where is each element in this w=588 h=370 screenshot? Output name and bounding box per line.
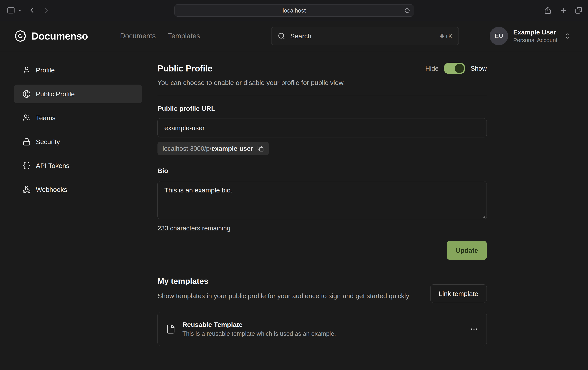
user-text: Example User Personal Account — [513, 29, 557, 43]
copy-icon[interactable] — [257, 145, 264, 152]
profile-url-preview: localhost:3000/p/example-user — [158, 142, 269, 155]
tab-overview-icon[interactable] — [575, 6, 583, 14]
resize-handle-icon[interactable] — [481, 214, 485, 218]
forward-icon[interactable] — [43, 7, 50, 14]
sidebar-item-label: API Tokens — [36, 162, 69, 170]
sidebar-item-api-tokens[interactable]: API Tokens — [14, 156, 142, 175]
sidebar-item-security[interactable]: Security — [14, 132, 142, 151]
avatar-initials: EU — [495, 32, 503, 40]
avatar: EU — [490, 27, 508, 45]
sidebar-item-label: Webhooks — [36, 186, 67, 193]
new-tab-icon[interactable] — [559, 6, 567, 14]
lock-icon — [22, 138, 31, 146]
page-title: Public Profile — [158, 63, 212, 74]
chevron-down-icon[interactable] — [18, 8, 22, 12]
template-card: Reusable Template This is a reusable tem… — [158, 312, 487, 346]
brand[interactable]: Documenso — [14, 30, 88, 42]
nav-documents[interactable]: Documents — [120, 32, 156, 40]
ellipsis-menu-icon[interactable] — [470, 325, 478, 333]
visibility-toggle: Hide Show — [425, 63, 487, 74]
screen: localhost Documenso Documents — [0, 0, 588, 370]
url-field-label: Public profile URL — [158, 105, 487, 112]
template-description: This is a reusable template which is use… — [182, 330, 336, 337]
sidebar-item-label: Profile — [36, 66, 55, 74]
nav-templates[interactable]: Templates — [168, 32, 200, 40]
page-subtitle: You can choose to enable or disable your… — [158, 79, 487, 87]
browser-nav-controls — [7, 6, 50, 15]
globe-icon — [22, 90, 31, 98]
bio-textarea[interactable]: This is an example bio. — [158, 181, 487, 219]
templates-description: Show templates in your public profile fo… — [158, 291, 416, 301]
search-icon — [278, 32, 285, 40]
content: Profile Public Profile Teams Security AP… — [0, 51, 588, 370]
template-name: Reusable Template — [182, 321, 336, 329]
profile-url-input[interactable] — [158, 118, 487, 137]
hide-label: Hide — [425, 65, 439, 72]
my-templates-section: My templates Show templates in your publ… — [158, 277, 487, 346]
characters-remaining: 233 characters remaining — [158, 225, 487, 232]
search-bar[interactable]: ⌘+K — [271, 27, 459, 45]
share-icon[interactable] — [544, 6, 552, 14]
webhook-icon — [22, 185, 31, 194]
sidebar-item-label: Public Profile — [36, 90, 75, 98]
show-label: Show — [471, 65, 487, 72]
search-shortcut: ⌘+K — [439, 33, 452, 40]
chevrons-up-down-icon — [564, 33, 571, 39]
address-bar-url: localhost — [283, 7, 306, 14]
url-prefix: localhost:3000/p/ — [163, 145, 211, 152]
sidebar-item-public-profile[interactable]: Public Profile — [14, 85, 142, 103]
reload-icon[interactable] — [404, 7, 410, 14]
update-button[interactable]: Update — [447, 241, 487, 260]
settings-sidebar: Profile Public Profile Teams Security AP… — [14, 61, 142, 370]
sidebar-item-teams[interactable]: Teams — [14, 108, 142, 127]
user-menu[interactable]: EU Example User Personal Account — [490, 27, 571, 45]
user-name: Example User — [513, 29, 557, 36]
browser-actions — [544, 0, 583, 21]
sidebar-item-label: Teams — [36, 114, 55, 122]
address-bar[interactable]: localhost — [174, 4, 414, 17]
bio-field-label: Bio — [158, 167, 487, 175]
sidebar-toggle-icon[interactable] — [7, 6, 15, 15]
user-account-type: Personal Account — [513, 37, 557, 43]
braces-icon — [22, 162, 31, 170]
link-template-button[interactable]: Link template — [430, 284, 487, 303]
file-icon — [166, 324, 176, 334]
visibility-switch[interactable] — [444, 63, 465, 74]
browser-chrome: localhost — [0, 0, 588, 21]
user-icon — [22, 66, 31, 74]
documenso-logo-icon — [14, 30, 27, 42]
main-panel: Public Profile Hide Show You can choose … — [158, 61, 487, 370]
sidebar-item-profile[interactable]: Profile — [14, 61, 142, 80]
users-icon — [22, 114, 31, 122]
url-slug: example-user — [211, 145, 253, 152]
main-nav: Documents Templates — [120, 32, 200, 40]
back-icon[interactable] — [29, 7, 36, 14]
sidebar-item-label: Security — [36, 138, 60, 146]
switch-thumb — [455, 64, 464, 73]
app-header: Documenso Documents Templates ⌘+K EU Exa… — [0, 21, 588, 51]
brand-name: Documenso — [31, 30, 88, 42]
sidebar-item-webhooks[interactable]: Webhooks — [14, 180, 142, 199]
divider — [158, 95, 487, 95]
search-input[interactable] — [290, 32, 434, 40]
